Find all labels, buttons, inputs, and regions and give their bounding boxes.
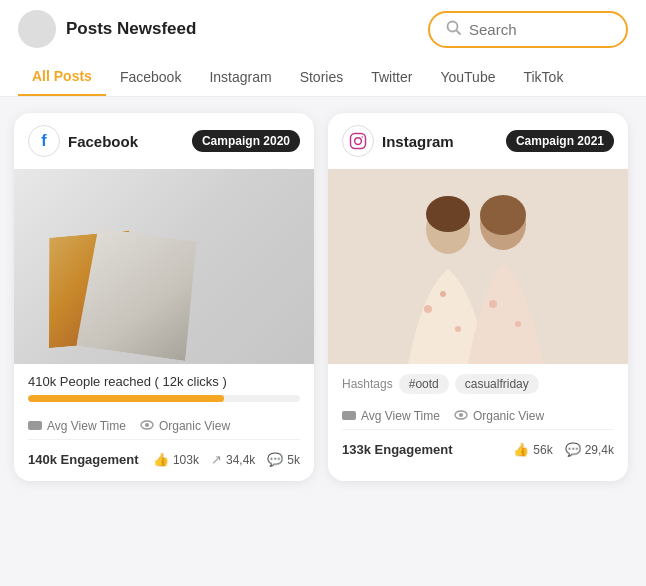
tab-instagram[interactable]: Instagram (195, 59, 285, 95)
share-icon: ↗ (211, 452, 222, 467)
svg-point-6 (361, 136, 363, 138)
facebook-platform: f Facebook (28, 125, 138, 157)
facebook-likes-stat: 👍 103k (153, 452, 199, 467)
instagram-likes-count: 56k (533, 443, 552, 457)
comment-icon-2: 💬 (565, 442, 581, 457)
instagram-card-metrics: Hashtags #ootd casualfriday Avg View Tim… (328, 364, 628, 471)
hashtag-casualfriday: casualfriday (455, 374, 539, 394)
tab-youtube[interactable]: YouTube (426, 59, 509, 95)
tab-stories[interactable]: Stories (286, 59, 358, 95)
instagram-engagement-row: 133k Engagement 👍 56k 💬 29,4k (342, 438, 614, 465)
facebook-engagement-stats: 👍 103k ↗ 34,4k 💬 5k (153, 452, 300, 467)
instagram-comments-count: 29,4k (585, 443, 614, 457)
facebook-platform-name: Facebook (68, 133, 138, 150)
facebook-card: f Facebook Campaign 2020 410k People rea… (14, 113, 314, 481)
instagram-avg-view: Avg View Time (342, 409, 440, 423)
instagram-card: Instagram Campaign 2021 (328, 113, 628, 481)
instagram-engagement-stats: 👍 56k 💬 29,4k (513, 442, 614, 457)
search-icon (446, 20, 461, 39)
svg-point-18 (459, 413, 463, 417)
facebook-avg-view: Avg View Time (28, 419, 126, 433)
instagram-hashtags-row: Hashtags #ootd casualfriday (342, 374, 614, 394)
facebook-shares-count: 34,4k (226, 453, 255, 467)
instagram-card-image (328, 169, 628, 364)
like-icon-2: 👍 (513, 442, 529, 457)
facebook-comments-stat: 💬 5k (267, 452, 300, 467)
svg-point-15 (426, 196, 470, 232)
cards-container: f Facebook Campaign 2020 410k People rea… (0, 97, 646, 497)
facebook-platform-icon: f (28, 125, 60, 157)
svg-point-9 (424, 305, 432, 313)
facebook-organic-view-label: Organic View (159, 419, 230, 433)
facebook-progress-fill (28, 395, 224, 402)
instagram-engagement-count: 133k Engagement (342, 442, 453, 457)
hashtags-label: Hashtags (342, 377, 393, 391)
facebook-card-image (14, 169, 314, 364)
instagram-platform-name: Instagram (382, 133, 454, 150)
instagram-campaign-badge: Campaign 2021 (506, 130, 614, 152)
svg-point-5 (355, 138, 362, 145)
film-icon-2 (342, 411, 356, 420)
svg-point-11 (440, 291, 446, 297)
header-left: Posts Newsfeed (18, 10, 196, 48)
facebook-avg-view-label: Avg View Time (47, 419, 126, 433)
facebook-comments-count: 5k (287, 453, 300, 467)
instagram-likes-stat: 👍 56k (513, 442, 552, 457)
svg-point-16 (480, 195, 526, 235)
instagram-platform: Instagram (342, 125, 454, 157)
like-icon: 👍 (153, 452, 169, 467)
facebook-campaign-badge: Campaign 2020 (192, 130, 300, 152)
instagram-comments-stat: 💬 29,4k (565, 442, 614, 457)
facebook-organic-view: Organic View (140, 418, 230, 433)
header: Posts Newsfeed (0, 0, 646, 58)
instagram-organic-view-label: Organic View (473, 409, 544, 423)
tab-facebook[interactable]: Facebook (106, 59, 195, 95)
instagram-avg-view-label: Avg View Time (361, 409, 440, 423)
facebook-likes-count: 103k (173, 453, 199, 467)
tab-all-posts[interactable]: All Posts (18, 58, 106, 96)
comment-icon: 💬 (267, 452, 283, 467)
avatar (18, 10, 56, 48)
search-input[interactable] (469, 21, 610, 38)
instagram-view-row: Avg View Time Organic View (342, 402, 614, 430)
svg-rect-4 (351, 134, 366, 149)
instagram-platform-icon (342, 125, 374, 157)
tab-tiktok[interactable]: TikTok (509, 59, 577, 95)
eye-icon (140, 418, 154, 433)
page-title: Posts Newsfeed (66, 19, 196, 39)
facebook-reach-text: 410k People reached ( 12k clicks ) (28, 374, 300, 389)
tab-twitter[interactable]: Twitter (357, 59, 426, 95)
facebook-card-header: f Facebook Campaign 2020 (14, 113, 314, 169)
search-box[interactable] (428, 11, 628, 48)
nav-tabs: All Posts Facebook Instagram Stories Twi… (0, 58, 646, 97)
facebook-engagement-row: 140k Engagement 👍 103k ↗ 34,4k 💬 5k (28, 448, 300, 475)
facebook-card-metrics: 410k People reached ( 12k clicks ) Avg V… (14, 364, 314, 481)
hashtag-ootd: #ootd (399, 374, 449, 394)
film-icon (28, 421, 42, 430)
svg-point-10 (455, 326, 461, 332)
instagram-organic-view: Organic View (454, 408, 544, 423)
facebook-engagement-count: 140k Engagement (28, 452, 139, 467)
svg-point-3 (145, 423, 149, 427)
svg-point-14 (515, 321, 521, 327)
facebook-progress-bar (28, 395, 300, 402)
svg-point-13 (489, 300, 497, 308)
eye-icon-2 (454, 408, 468, 423)
facebook-view-row: Avg View Time Organic View (28, 412, 300, 440)
facebook-shares-stat: ↗ 34,4k (211, 452, 255, 467)
instagram-card-header: Instagram Campaign 2021 (328, 113, 628, 169)
svg-line-1 (457, 30, 461, 34)
